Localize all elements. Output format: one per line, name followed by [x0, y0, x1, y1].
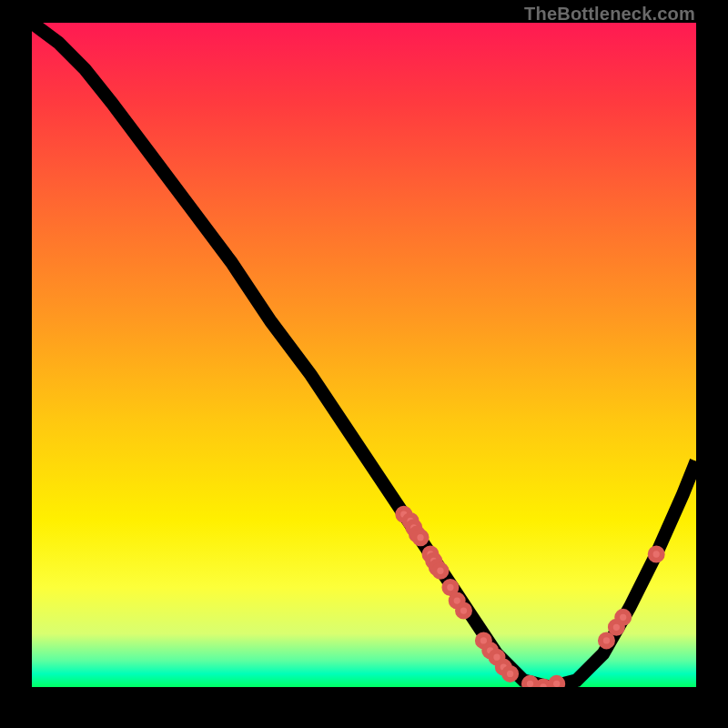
data-point — [651, 548, 662, 560]
data-point — [458, 604, 470, 616]
data-point — [601, 634, 612, 646]
data-point — [538, 681, 550, 687]
chart-svg — [32, 23, 696, 687]
data-point — [434, 565, 446, 577]
data-point — [504, 668, 516, 680]
data-point — [414, 531, 426, 543]
bottleneck-curve — [32, 23, 696, 687]
data-point — [551, 678, 562, 687]
data-points — [398, 509, 662, 687]
data-point — [444, 581, 456, 593]
data-point — [524, 678, 536, 687]
data-point — [617, 612, 629, 623]
watermark-text: TheBottleneck.com — [524, 4, 695, 25]
